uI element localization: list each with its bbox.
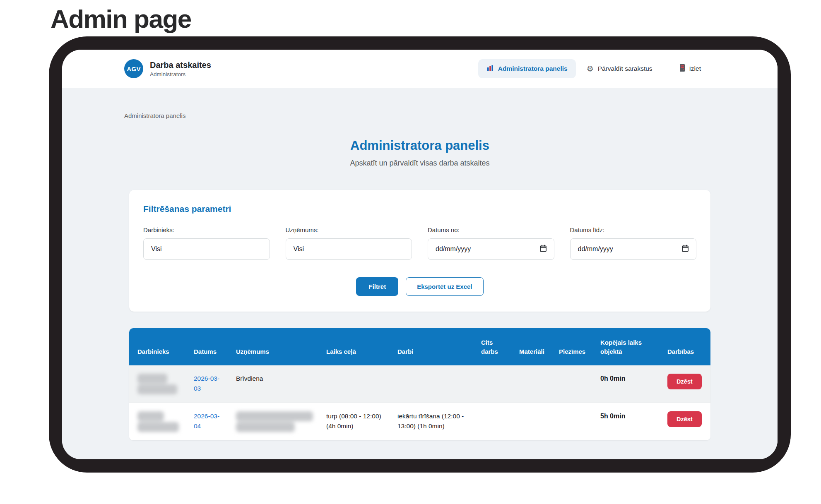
filter-title: Filtrēšanas parametri xyxy=(143,204,696,214)
date-to-input[interactable]: dd/mm/yyyy xyxy=(570,238,697,260)
table-row: 2026-03-03 Brīvdiena 0h 0min Dzēst xyxy=(129,365,710,403)
col-uznemums: Uzņēmums xyxy=(230,328,320,365)
cell-date: 2026-03-04 xyxy=(188,403,230,440)
cell-employee xyxy=(129,403,188,440)
col-datums: Datums xyxy=(188,328,230,365)
col-kopejais-laiks: Kopējais laiks objektā xyxy=(595,328,662,365)
redacted-company-name xyxy=(236,411,313,432)
date-from-placeholder: dd/mm/yyyy xyxy=(436,245,471,253)
cell-materials xyxy=(513,403,553,440)
date-to-label: Datums līdz: xyxy=(570,226,697,233)
col-darbi: Darbi xyxy=(392,328,475,365)
table-row: 2026-03-04 turp (08:00 - 12:00) (4h 0min… xyxy=(129,403,710,440)
cell-work xyxy=(392,365,475,403)
breadcrumb: Administratora panelis xyxy=(124,88,778,119)
cell-notes xyxy=(553,365,595,403)
nav-manage-lists[interactable]: ⚙ Pārvaldīt sarakstus xyxy=(587,65,652,73)
cell-work: iekārtu tīrīšana (12:00 - 13:00) (1h 0mi… xyxy=(392,403,475,440)
cell-materials xyxy=(513,365,553,403)
brand-title: Darba atskaites xyxy=(150,60,211,70)
app-window: AGV Darba atskaites Administrators xyxy=(62,50,778,459)
page-title: Admin page xyxy=(51,4,191,34)
col-materiali: Materiāli xyxy=(513,328,553,365)
redacted-employee-name xyxy=(137,411,179,432)
cell-employee xyxy=(129,365,188,403)
field-company: Uzņēmums: xyxy=(286,226,412,260)
field-employee: Darbinieks: xyxy=(143,226,270,260)
cell-actions: Dzēst xyxy=(662,365,710,403)
employee-label: Darbinieks: xyxy=(143,226,270,233)
export-excel-button[interactable]: Eksportēt uz Excel xyxy=(406,277,483,296)
reports-table: Darbinieks Datums Uzņēmums Laiks ceļā Da… xyxy=(129,328,710,440)
screenshot-stage: Admin page AGV Darba atskaites Administr… xyxy=(0,0,821,504)
nav-manage-lists-label: Pārvaldīt sarakstus xyxy=(598,65,652,72)
delete-button[interactable]: Dzēst xyxy=(667,411,702,427)
cell-other-work xyxy=(475,403,513,440)
app-header: AGV Darba atskaites Administrators xyxy=(62,50,778,88)
field-date-from: Datums no: dd/mm/yyyy xyxy=(428,226,554,260)
cell-actions: Dzēst xyxy=(662,403,710,440)
bar-chart-icon xyxy=(486,64,494,73)
filter-button[interactable]: Filtrēt xyxy=(356,277,398,296)
report-date-link[interactable]: 2026-03-03 xyxy=(194,375,219,392)
cell-total: 0h 0min xyxy=(595,365,662,403)
col-piezimes: Piezīmes xyxy=(553,328,595,365)
cell-company xyxy=(230,403,320,440)
date-from-input[interactable]: dd/mm/yyyy xyxy=(428,238,554,260)
report-date-link[interactable]: 2026-03-04 xyxy=(194,413,219,430)
brand-subtitle: Administrators xyxy=(150,71,211,77)
app-body: Administratora panelis Administratora pa… xyxy=(62,88,778,459)
cell-total: 5h 0min xyxy=(595,403,662,440)
nav-logout[interactable]: Iziet xyxy=(679,64,701,74)
page-heading: Administratora panelis xyxy=(62,138,778,153)
date-from-label: Datums no: xyxy=(428,226,554,233)
col-laiks-cela: Laiks ceļā xyxy=(320,328,392,365)
field-date-to: Datums līdz: dd/mm/yyyy xyxy=(570,226,697,260)
date-to-placeholder: dd/mm/yyyy xyxy=(578,245,613,253)
cell-date: 2026-03-03 xyxy=(188,365,230,403)
nav-admin-panel[interactable]: Administratora panelis xyxy=(478,59,576,78)
col-darbibas: Darbības xyxy=(662,328,710,365)
gear-icon: ⚙ xyxy=(587,65,594,73)
company-select[interactable] xyxy=(286,238,412,260)
employee-select[interactable] xyxy=(143,238,270,260)
cell-notes xyxy=(553,403,595,440)
cell-travel xyxy=(320,365,392,403)
nav-logout-label: Iziet xyxy=(689,65,701,72)
nav-divider xyxy=(666,62,666,75)
reports-table-card: Darbinieks Datums Uzņēmums Laiks ceļā Da… xyxy=(129,328,710,440)
brand-text: Darba atskaites Administrators xyxy=(150,60,211,77)
cell-other-work xyxy=(475,365,513,403)
brand: AGV Darba atskaites Administrators xyxy=(124,59,211,78)
calendar-icon[interactable] xyxy=(539,244,547,254)
cell-company: Brīvdiena xyxy=(230,365,320,403)
company-label: Uzņēmums: xyxy=(286,226,412,233)
brand-logo: AGV xyxy=(124,59,143,78)
redacted-employee-name xyxy=(137,374,177,394)
col-darbinieks: Darbinieks xyxy=(129,328,188,365)
filter-grid: Darbinieks: Uzņēmums: Datums no: dd/mm/y… xyxy=(143,226,696,260)
col-cits-darbs: Cits darbs xyxy=(475,328,513,365)
top-nav: Administratora panelis ⚙ Pārvaldīt sarak… xyxy=(478,59,701,78)
filter-card: Filtrēšanas parametri Darbinieks: Uzņēmu… xyxy=(129,190,710,312)
calendar-icon[interactable] xyxy=(681,244,689,254)
nav-admin-panel-label: Administratora panelis xyxy=(498,65,568,72)
delete-button[interactable]: Dzēst xyxy=(667,374,702,389)
exit-door-icon xyxy=(679,64,685,74)
table-header-row: Darbinieks Datums Uzņēmums Laiks ceļā Da… xyxy=(129,328,710,365)
page-subheading: Apskatīt un pārvaldīt visas darba atskai… xyxy=(62,159,778,168)
cell-travel: turp (08:00 - 12:00) (4h 0min) xyxy=(320,403,392,440)
filter-buttons: Filtrēt Eksportēt uz Excel xyxy=(143,277,696,296)
